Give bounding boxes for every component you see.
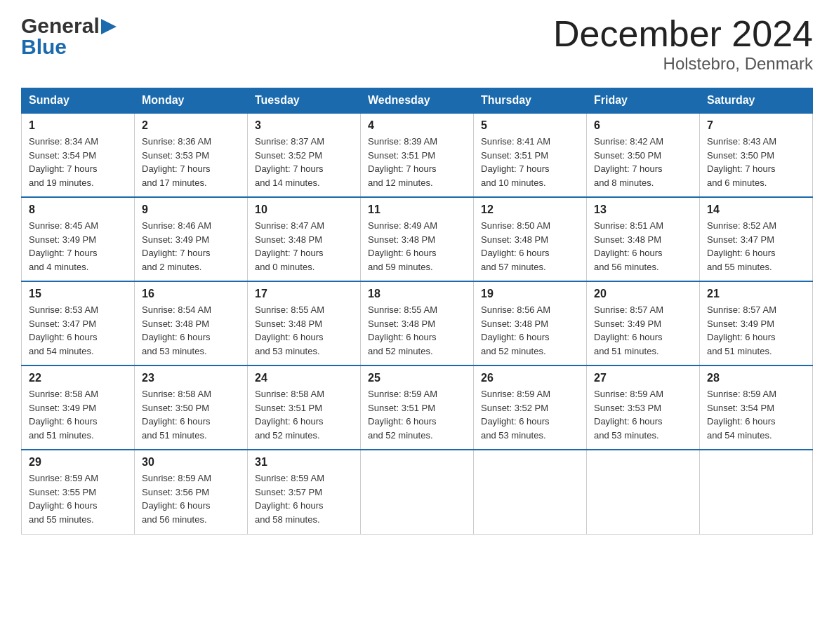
calendar-cell: 30Sunrise: 8:59 AM Sunset: 3:56 PM Dayli… [135, 450, 248, 534]
day-info: Sunrise: 8:50 AM Sunset: 3:48 PM Dayligh… [481, 219, 579, 274]
day-number: 16 [142, 288, 240, 300]
svg-marker-0 [101, 19, 117, 34]
day-info: Sunrise: 8:34 AM Sunset: 3:54 PM Dayligh… [29, 135, 127, 189]
calendar-header-wednesday: Wednesday [361, 88, 474, 114]
calendar-cell: 22Sunrise: 8:58 AM Sunset: 3:49 PM Dayli… [22, 365, 135, 450]
calendar-cell: 29Sunrise: 8:59 AM Sunset: 3:55 PM Dayli… [22, 450, 135, 534]
calendar-cell: 17Sunrise: 8:55 AM Sunset: 3:48 PM Dayli… [248, 281, 361, 365]
calendar-cell: 1Sunrise: 8:34 AM Sunset: 3:54 PM Daylig… [22, 113, 135, 197]
day-number: 15 [29, 288, 127, 300]
calendar-cell: 26Sunrise: 8:59 AM Sunset: 3:52 PM Dayli… [474, 365, 587, 450]
day-number: 27 [594, 372, 692, 384]
calendar-week-row: 29Sunrise: 8:59 AM Sunset: 3:55 PM Dayli… [22, 450, 813, 534]
day-info: Sunrise: 8:46 AM Sunset: 3:49 PM Dayligh… [142, 219, 240, 274]
day-number: 18 [368, 288, 466, 300]
calendar-cell [361, 450, 474, 534]
logo-triangle-icon [101, 19, 117, 34]
day-number: 13 [594, 203, 692, 216]
calendar-cell: 21Sunrise: 8:57 AM Sunset: 3:49 PM Dayli… [700, 281, 813, 365]
calendar-header-row: SundayMondayTuesdayWednesdayThursdayFrid… [22, 88, 813, 114]
day-number: 5 [481, 119, 579, 132]
calendar-table: SundayMondayTuesdayWednesdayThursdayFrid… [21, 88, 813, 535]
day-info: Sunrise: 8:53 AM Sunset: 3:47 PM Dayligh… [29, 303, 127, 358]
day-number: 25 [368, 372, 466, 384]
calendar-cell: 19Sunrise: 8:56 AM Sunset: 3:48 PM Dayli… [474, 281, 587, 365]
day-info: Sunrise: 8:58 AM Sunset: 3:51 PM Dayligh… [255, 387, 353, 442]
calendar-cell: 4Sunrise: 8:39 AM Sunset: 3:51 PM Daylig… [361, 113, 474, 197]
calendar-cell: 18Sunrise: 8:55 AM Sunset: 3:48 PM Dayli… [361, 281, 474, 365]
calendar-header-friday: Friday [587, 88, 700, 114]
day-info: Sunrise: 8:55 AM Sunset: 3:48 PM Dayligh… [368, 303, 466, 358]
calendar-cell: 9Sunrise: 8:46 AM Sunset: 3:49 PM Daylig… [135, 197, 248, 281]
day-info: Sunrise: 8:59 AM Sunset: 3:57 PM Dayligh… [255, 471, 353, 526]
day-info: Sunrise: 8:59 AM Sunset: 3:56 PM Dayligh… [142, 471, 240, 526]
calendar-cell: 10Sunrise: 8:47 AM Sunset: 3:48 PM Dayli… [248, 197, 361, 281]
calendar-week-row: 22Sunrise: 8:58 AM Sunset: 3:49 PM Dayli… [22, 365, 813, 450]
day-info: Sunrise: 8:58 AM Sunset: 3:49 PM Dayligh… [29, 387, 127, 442]
calendar-cell: 23Sunrise: 8:58 AM Sunset: 3:50 PM Dayli… [135, 365, 248, 450]
calendar-cell: 8Sunrise: 8:45 AM Sunset: 3:49 PM Daylig… [22, 197, 135, 281]
day-number: 31 [255, 456, 353, 469]
day-info: Sunrise: 8:59 AM Sunset: 3:52 PM Dayligh… [481, 387, 579, 442]
calendar-cell: 16Sunrise: 8:54 AM Sunset: 3:48 PM Dayli… [135, 281, 248, 365]
calendar-cell: 27Sunrise: 8:59 AM Sunset: 3:53 PM Dayli… [587, 365, 700, 450]
day-number: 3 [255, 119, 353, 132]
calendar-cell: 14Sunrise: 8:52 AM Sunset: 3:47 PM Dayli… [700, 197, 813, 281]
calendar-week-row: 1Sunrise: 8:34 AM Sunset: 3:54 PM Daylig… [22, 113, 813, 197]
calendar-cell: 7Sunrise: 8:43 AM Sunset: 3:50 PM Daylig… [700, 113, 813, 197]
title-block: December 2024 Holstebro, Denmark [553, 14, 813, 74]
day-info: Sunrise: 8:49 AM Sunset: 3:48 PM Dayligh… [368, 219, 466, 274]
day-info: Sunrise: 8:57 AM Sunset: 3:49 PM Dayligh… [707, 303, 805, 358]
calendar-week-row: 8Sunrise: 8:45 AM Sunset: 3:49 PM Daylig… [22, 197, 813, 281]
day-number: 7 [707, 119, 805, 132]
calendar-cell: 12Sunrise: 8:50 AM Sunset: 3:48 PM Dayli… [474, 197, 587, 281]
calendar-cell: 20Sunrise: 8:57 AM Sunset: 3:49 PM Dayli… [587, 281, 700, 365]
calendar-header-saturday: Saturday [700, 88, 813, 114]
calendar-cell: 2Sunrise: 8:36 AM Sunset: 3:53 PM Daylig… [135, 113, 248, 197]
day-info: Sunrise: 8:52 AM Sunset: 3:47 PM Dayligh… [707, 219, 805, 274]
logo: General Blue [21, 14, 117, 59]
day-number: 10 [255, 203, 353, 216]
logo-blue: Blue [21, 35, 67, 59]
day-info: Sunrise: 8:36 AM Sunset: 3:53 PM Dayligh… [142, 135, 240, 189]
calendar-cell: 5Sunrise: 8:41 AM Sunset: 3:51 PM Daylig… [474, 113, 587, 197]
day-number: 12 [481, 203, 579, 216]
calendar-cell: 13Sunrise: 8:51 AM Sunset: 3:48 PM Dayli… [587, 197, 700, 281]
calendar-week-row: 15Sunrise: 8:53 AM Sunset: 3:47 PM Dayli… [22, 281, 813, 365]
day-info: Sunrise: 8:41 AM Sunset: 3:51 PM Dayligh… [481, 135, 579, 189]
day-info: Sunrise: 8:47 AM Sunset: 3:48 PM Dayligh… [255, 219, 353, 274]
calendar-cell [587, 450, 700, 534]
page-header: General Blue December 2024 Holstebro, De… [21, 14, 813, 74]
calendar-cell [474, 450, 587, 534]
day-number: 1 [29, 119, 127, 132]
day-info: Sunrise: 8:45 AM Sunset: 3:49 PM Dayligh… [29, 219, 127, 274]
day-number: 6 [594, 119, 692, 132]
day-number: 8 [29, 203, 127, 216]
calendar-cell [700, 450, 813, 534]
day-info: Sunrise: 8:59 AM Sunset: 3:54 PM Dayligh… [707, 387, 805, 442]
day-number: 4 [368, 119, 466, 132]
day-info: Sunrise: 8:59 AM Sunset: 3:55 PM Dayligh… [29, 471, 127, 526]
day-info: Sunrise: 8:54 AM Sunset: 3:48 PM Dayligh… [142, 303, 240, 358]
day-number: 23 [142, 372, 240, 384]
day-info: Sunrise: 8:59 AM Sunset: 3:53 PM Dayligh… [594, 387, 692, 442]
page-subtitle: Holstebro, Denmark [553, 54, 813, 74]
calendar-cell: 6Sunrise: 8:42 AM Sunset: 3:50 PM Daylig… [587, 113, 700, 197]
day-info: Sunrise: 8:39 AM Sunset: 3:51 PM Dayligh… [368, 135, 466, 189]
day-info: Sunrise: 8:59 AM Sunset: 3:51 PM Dayligh… [368, 387, 466, 442]
calendar-header-thursday: Thursday [474, 88, 587, 114]
day-number: 24 [255, 372, 353, 384]
day-number: 28 [707, 372, 805, 384]
day-number: 14 [707, 203, 805, 216]
day-number: 2 [142, 119, 240, 132]
calendar-header-tuesday: Tuesday [248, 88, 361, 114]
day-info: Sunrise: 8:42 AM Sunset: 3:50 PM Dayligh… [594, 135, 692, 189]
calendar-header-monday: Monday [135, 88, 248, 114]
page-title: December 2024 [553, 14, 813, 54]
day-number: 30 [142, 456, 240, 469]
day-number: 26 [481, 372, 579, 384]
day-info: Sunrise: 8:43 AM Sunset: 3:50 PM Dayligh… [707, 135, 805, 189]
calendar-cell: 15Sunrise: 8:53 AM Sunset: 3:47 PM Dayli… [22, 281, 135, 365]
day-number: 19 [481, 288, 579, 300]
day-number: 11 [368, 203, 466, 216]
